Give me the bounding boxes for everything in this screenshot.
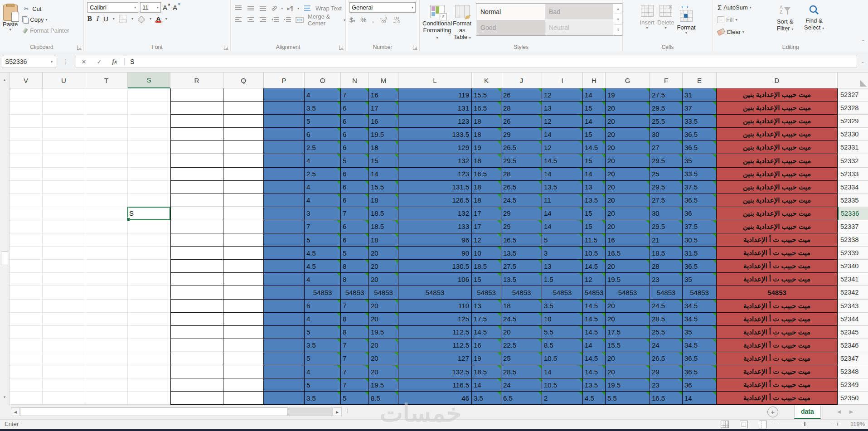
format-as-table-button[interactable]: Format asTable ▾ [452, 2, 472, 41]
cell-V52350[interactable] [10, 392, 43, 405]
cell-M52330[interactable]: 19.5 [369, 128, 398, 141]
cell-L52334[interactable]: 131.5 [398, 181, 472, 194]
cell-T52349[interactable] [85, 378, 128, 392]
cell-P52329[interactable] [264, 115, 305, 128]
cell-F52350[interactable]: 16.5 [650, 392, 683, 405]
page-break-view-button[interactable] [759, 421, 767, 428]
cell-G52336[interactable]: 20 [606, 207, 650, 220]
font-color-dropdown-arrow[interactable]: ▾ [165, 17, 167, 21]
cell-style-normal[interactable]: Normal [477, 4, 545, 19]
cell-N52348[interactable]: 7 [341, 365, 369, 378]
paste-dropdown-arrow[interactable]: ▼ [9, 28, 12, 32]
cell-R52345[interactable] [170, 326, 223, 339]
cell-I52350[interactable]: 2 [542, 392, 583, 405]
cell-D52340[interactable]: ميت حبيب ت أ الإعدادية [717, 260, 838, 273]
cell-R52332[interactable] [170, 154, 223, 167]
cell-V52346[interactable] [10, 339, 43, 352]
cell-J52336[interactable]: 29 [501, 207, 542, 220]
cell-J52346[interactable]: 22.5 [501, 339, 542, 352]
cell-J52343[interactable]: 18 [501, 300, 542, 313]
cell-S52335[interactable] [128, 194, 170, 207]
cell-V52332[interactable] [10, 154, 43, 167]
cell-U52332[interactable] [43, 154, 85, 167]
cell-S52349[interactable] [128, 378, 170, 392]
cell-T52333[interactable] [85, 168, 128, 181]
cell-Q52347[interactable] [223, 352, 264, 365]
cell-S52337[interactable] [128, 220, 170, 233]
cell-N52343[interactable]: 7 [341, 300, 369, 313]
cell-S52348[interactable] [128, 365, 170, 378]
cell-F52346[interactable]: 24 [650, 339, 683, 352]
tab-nav-right-arrow[interactable]: ▶ [849, 409, 853, 415]
cell-P52348[interactable] [264, 365, 305, 378]
cell-R52336[interactable] [170, 207, 223, 220]
cell-Q52344[interactable] [223, 313, 264, 326]
cell-G52335[interactable]: 20 [606, 194, 650, 207]
cell-J52340[interactable]: 27.5 [501, 260, 542, 273]
cell-R52343[interactable] [170, 300, 223, 313]
cell-D52342[interactable]: 54853 [717, 286, 838, 299]
cell-P52349[interactable] [264, 378, 305, 392]
cell-E52334[interactable]: 37.5 [683, 181, 717, 194]
cell-D52332[interactable]: ميت حبيب الإعدادية بنين [717, 154, 838, 167]
cell-R52333[interactable] [170, 168, 223, 181]
font-name-combo[interactable]: Calibri▾ [87, 2, 138, 13]
cell-P52331[interactable] [264, 141, 305, 154]
cell-Q52332[interactable] [223, 154, 264, 167]
cell-N52342[interactable]: 54853 [341, 286, 369, 299]
cell-V52335[interactable] [10, 194, 43, 207]
align-left-icon[interactable] [234, 16, 242, 24]
cell-V52330[interactable] [10, 128, 43, 141]
row-header-52342[interactable]: 52342 [838, 286, 868, 299]
cell-O52328[interactable]: 3.5 [305, 102, 341, 115]
cell-Q52331[interactable] [223, 141, 264, 154]
shrink-font-button[interactable]: A▼ [173, 4, 181, 11]
cell-T52350[interactable] [85, 392, 128, 405]
cell-L52335[interactable]: 126.5 [398, 194, 472, 207]
cell-N52340[interactable]: 8 [341, 260, 369, 273]
cell-S52332[interactable] [128, 154, 170, 167]
cell-O52346[interactable]: 3.5 [305, 339, 341, 352]
cell-K52327[interactable]: 15.5 [472, 88, 501, 102]
cell-I52340[interactable]: 13 [542, 260, 583, 273]
cell-T52340[interactable] [85, 260, 128, 273]
cell-G52333[interactable]: 20 [606, 168, 650, 181]
cell-D52348[interactable]: ميت حبيب ت أ الإعدادية [717, 365, 838, 378]
cell-V52345[interactable] [10, 326, 43, 339]
cell-T52341[interactable] [85, 273, 128, 286]
cell-I52332[interactable]: 14.5 [542, 154, 583, 167]
cell-H52349[interactable]: 13.5 [583, 378, 606, 392]
cell-R52340[interactable] [170, 260, 223, 273]
fill-handle[interactable] [126, 218, 130, 221]
cell-O52339[interactable]: 4.5 [305, 247, 341, 260]
cell-J52345[interactable]: 20 [501, 326, 542, 339]
decrease-decimal-button[interactable]: .00→.0 [392, 16, 400, 24]
cell-D52341[interactable]: ميت حبيب ت أ الإعدادية [717, 273, 838, 286]
cell-P52350[interactable] [264, 392, 305, 405]
cell-F52342[interactable]: 54853 [650, 286, 683, 299]
column-header-E[interactable]: E [683, 73, 717, 88]
cell-L52330[interactable]: 133.5 [398, 128, 472, 141]
cell-U52337[interactable] [43, 220, 85, 233]
cell-U52336[interactable] [43, 207, 85, 220]
cell-M52347[interactable]: 20 [369, 352, 398, 365]
cell-D52344[interactable]: ميت حبيب ت أ الإعدادية [717, 313, 838, 326]
cell-O52332[interactable]: 4 [305, 154, 341, 167]
cell-G52347[interactable]: 20 [606, 352, 650, 365]
conditional-formatting-button[interactable]: ≠ ConditionalFormatting ▾ [422, 2, 452, 41]
cell-L52346[interactable]: 112.5 [398, 339, 472, 352]
cell-E52349[interactable]: 36 [683, 378, 717, 392]
cell-Q52345[interactable] [223, 326, 264, 339]
cell-L52328[interactable]: 131 [398, 102, 472, 115]
cell-P52328[interactable] [264, 102, 305, 115]
cell-J52328[interactable]: 28 [501, 102, 542, 115]
cell-N52328[interactable]: 6 [341, 102, 369, 115]
cell-G52334[interactable]: 20 [606, 181, 650, 194]
cell-M52334[interactable]: 15.5 [369, 181, 398, 194]
cell-M52350[interactable]: 8.5 [369, 392, 398, 405]
cell-U52348[interactable] [43, 365, 85, 378]
cell-I52338[interactable]: 5 [542, 233, 583, 247]
cell-K52346[interactable]: 16 [472, 339, 501, 352]
cell-V52348[interactable] [10, 365, 43, 378]
cell-D52345[interactable]: ميت حبيب ت أ الإعدادية [717, 326, 838, 339]
